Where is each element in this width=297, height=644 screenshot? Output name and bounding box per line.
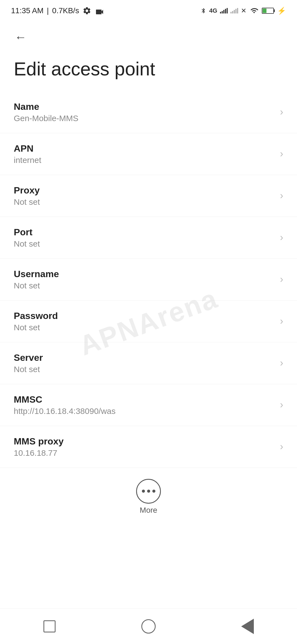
more-dots — [142, 490, 155, 493]
settings-item-port[interactable]: Port Not set › — [0, 217, 297, 259]
settings-item-username[interactable]: Username Not set › — [0, 259, 297, 301]
time-display: 11:35 AM — [11, 6, 43, 15]
settings-item-mms-proxy[interactable]: MMS proxy 10.16.18.77 › — [0, 426, 297, 468]
settings-item-value-mms-proxy: 10.16.18.77 — [14, 448, 274, 458]
nav-home-button[interactable] — [132, 615, 165, 637]
back-arrow-icon: ← — [15, 31, 27, 43]
more-button[interactable]: More — [136, 479, 161, 515]
settings-item-label-proxy: Proxy — [14, 185, 274, 196]
settings-item-value-port: Not set — [14, 239, 274, 249]
more-dot-2 — [147, 490, 150, 493]
speed-display: | — [47, 6, 49, 15]
settings-item-proxy[interactable]: Proxy Not set › — [0, 175, 297, 217]
chevron-right-icon-mms-proxy: › — [280, 441, 283, 452]
nav-back-icon — [241, 619, 254, 634]
settings-item-content-apn: APN internet — [14, 143, 274, 165]
settings-item-apn[interactable]: APN internet › — [0, 133, 297, 175]
back-button[interactable]: ← — [11, 28, 30, 47]
chevron-right-icon-proxy: › — [280, 190, 283, 201]
chevron-right-icon-server: › — [280, 357, 283, 369]
settings-item-content-proxy: Proxy Not set — [14, 185, 274, 207]
settings-item-label-port: Port — [14, 227, 274, 238]
chevron-right-icon-apn: › — [280, 148, 283, 160]
no-signal-icon: ✕ — [241, 7, 246, 15]
nav-home-icon — [141, 619, 156, 634]
chevron-right-icon-name: › — [280, 106, 283, 118]
settings-item-label-password: Password — [14, 310, 274, 321]
settings-item-content-port: Port Not set — [14, 227, 274, 249]
settings-item-label-mms-proxy: MMS proxy — [14, 436, 274, 447]
settings-icon — [82, 6, 91, 15]
battery-icon — [262, 8, 274, 14]
settings-item-content-mms-proxy: MMS proxy 10.16.18.77 — [14, 436, 274, 458]
wifi-icon — [249, 7, 259, 15]
settings-item-content-server: Server Not set — [14, 352, 274, 374]
toolbar: ← — [0, 19, 297, 52]
settings-item-label-name: Name — [14, 101, 274, 112]
more-section: More — [0, 468, 297, 523]
nav-back-button[interactable] — [231, 615, 264, 637]
settings-item-value-proxy: Not set — [14, 197, 274, 207]
chevron-right-icon-username: › — [280, 274, 283, 285]
settings-item-content-password: Password Not set — [14, 310, 274, 332]
settings-item-label-apn: APN — [14, 143, 274, 154]
settings-item-name[interactable]: Name Gen-Mobile-MMS › — [0, 91, 297, 133]
nav-recent-button[interactable] — [33, 615, 66, 637]
settings-item-label-username: Username — [14, 269, 274, 279]
settings-item-label-mmsc: MMSC — [14, 394, 274, 405]
status-bar: 11:35 AM | 0.7KB/s 4G — [0, 0, 297, 19]
settings-item-mmsc[interactable]: MMSC http://10.16.18.4:38090/was › — [0, 384, 297, 426]
nav-bar — [0, 608, 297, 644]
settings-item-content-mmsc: MMSC http://10.16.18.4:38090/was — [14, 394, 274, 416]
data-speed: 0.7KB/s — [52, 6, 79, 15]
more-label: More — [140, 506, 157, 515]
settings-item-value-mmsc: http://10.16.18.4:38090/was — [14, 406, 274, 416]
settings-item-value-password: Not set — [14, 323, 274, 332]
settings-item-password[interactable]: Password Not set › — [0, 301, 297, 342]
more-dot-3 — [152, 490, 155, 493]
chevron-right-icon-port: › — [280, 232, 283, 243]
more-circle-icon — [136, 479, 161, 504]
page-title: Edit access point — [0, 52, 297, 91]
charging-icon: ⚡ — [277, 7, 286, 15]
settings-item-value-name: Gen-Mobile-MMS — [14, 114, 274, 123]
camera-icon — [95, 7, 105, 14]
more-dot-1 — [142, 490, 145, 493]
settings-item-value-server: Not set — [14, 365, 274, 374]
nav-recent-icon — [43, 620, 56, 632]
chevron-right-icon-mmsc: › — [280, 399, 283, 411]
settings-item-value-apn: internet — [14, 155, 274, 165]
settings-list: Name Gen-Mobile-MMS › APN internet › Pro… — [0, 91, 297, 468]
status-left: 11:35 AM | 0.7KB/s — [11, 6, 105, 15]
settings-item-server[interactable]: Server Not set › — [0, 342, 297, 384]
network-badge: 4G — [209, 7, 217, 14]
chevron-right-icon-password: › — [280, 315, 283, 327]
settings-item-value-username: Not set — [14, 281, 274, 290]
signal-bars-2 — [230, 8, 238, 13]
status-right: 4G ✕ ⚡ — [200, 6, 286, 15]
signal-bars-1 — [220, 8, 228, 13]
settings-item-content-name: Name Gen-Mobile-MMS — [14, 101, 274, 123]
settings-item-content-username: Username Not set — [14, 269, 274, 290]
settings-item-label-server: Server — [14, 352, 274, 363]
bluetooth-icon — [200, 6, 207, 15]
